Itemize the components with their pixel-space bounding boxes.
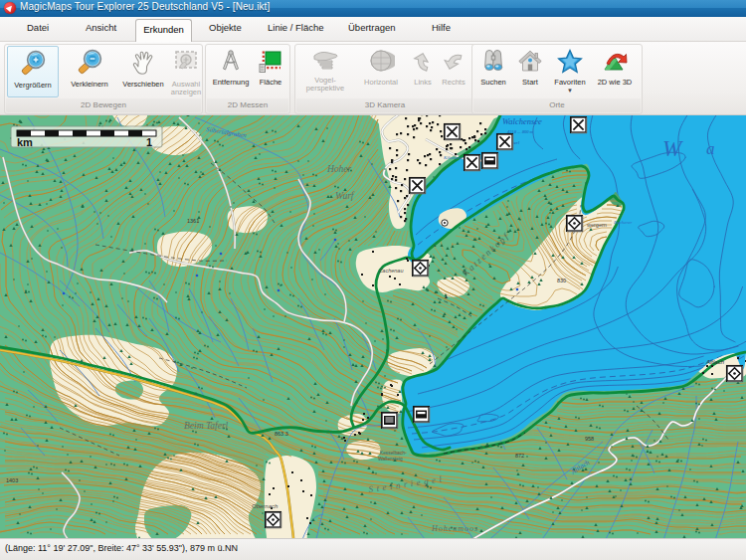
svg-text:Hoher: Hoher: [326, 164, 352, 174]
svg-text:Walchensee: Walchensee: [502, 116, 542, 126]
svg-text:872: 872: [515, 453, 524, 459]
svg-text:km: km: [17, 136, 33, 148]
svg-text:958: 958: [585, 436, 594, 442]
svg-text:Bucherer: Bucherer: [614, 220, 632, 225]
svg-text:1361: 1361: [187, 218, 199, 224]
svg-text:Hohenmoos: Hohenmoos: [431, 524, 478, 533]
svg-text:▲: ▲: [444, 293, 449, 299]
svg-text:1: 1: [146, 136, 152, 148]
svg-text:Wallensteig: Wallensteig: [378, 457, 403, 462]
svg-text:wergern: wergern: [586, 222, 607, 228]
svg-text:a: a: [706, 139, 715, 158]
svg-text:Obernach: Obernach: [252, 503, 279, 509]
svg-text:Zachenau: Zachenau: [378, 268, 403, 274]
svg-text:Kilometer: Kilometer: [443, 155, 464, 160]
svg-text:Wurf: Wurf: [335, 191, 355, 201]
svg-text:Beim Taferl: Beim Taferl: [184, 421, 229, 431]
svg-text:830: 830: [557, 278, 566, 283]
svg-text:Altlach: Altlach: [705, 359, 725, 365]
svg-text:1403: 1403: [6, 477, 18, 483]
svg-text:Kesselbach-: Kesselbach-: [380, 451, 407, 456]
svg-text:863.3: 863.3: [275, 431, 288, 437]
svg-text:W: W: [662, 136, 683, 161]
